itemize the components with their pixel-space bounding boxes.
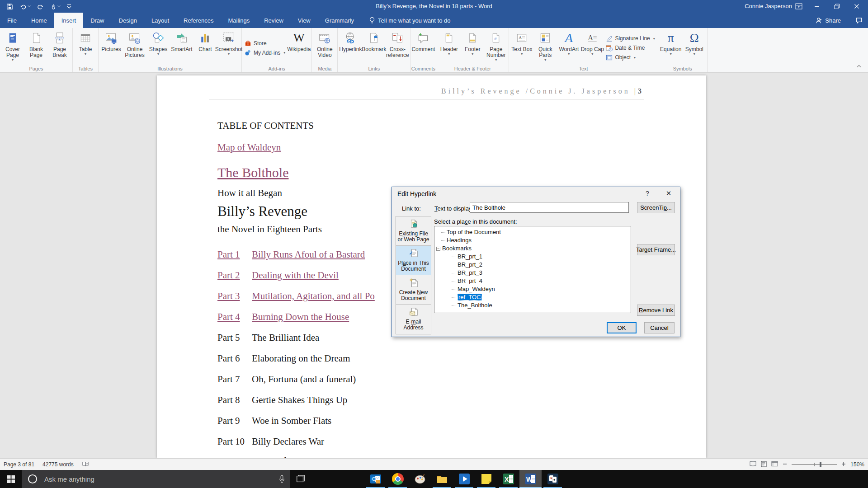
tab-review[interactable]: Review	[257, 13, 291, 28]
tab-view[interactable]: View	[291, 13, 318, 28]
tree-item[interactable]: BR_prt_3	[434, 269, 631, 277]
tree-item[interactable]: Headings	[434, 236, 631, 244]
ok-button[interactable]: OK	[607, 322, 637, 333]
zoom-out-button[interactable]	[783, 461, 787, 468]
table-button[interactable]: Table	[74, 29, 97, 66]
toc-part-row[interactable]: Part 9Woe in Somber Flats	[217, 415, 331, 427]
taskbar-app-word[interactable]: W	[519, 470, 542, 488]
zoom-in-button[interactable]	[841, 461, 846, 468]
map-of-waldeyn-link[interactable]: Map of Waldeyn	[217, 142, 281, 153]
ribbon-display-options-button[interactable]	[791, 0, 807, 13]
tab-design[interactable]: Design	[112, 13, 144, 28]
footer-button[interactable]: Footer	[461, 29, 484, 66]
cortana-search-box[interactable]	[22, 470, 290, 488]
collapse-expander-icon[interactable]: −	[436, 247, 440, 251]
toc-part-row[interactable]: Part 1Billy Runs Afoul of a Bastard	[217, 249, 365, 260]
online-video-button[interactable]: Online Video	[313, 29, 336, 66]
toc-part-row[interactable]: Part 4Burning Down the House	[217, 311, 349, 323]
text-to-display-input[interactable]	[470, 202, 629, 213]
tree-item[interactable]: −Bookmarks	[434, 244, 631, 253]
taskbar-app-chrome[interactable]	[387, 470, 409, 488]
cover-page-button[interactable]: Cover Page	[1, 29, 24, 66]
sidebar-create-new-document[interactable]: Create New Document	[396, 275, 431, 305]
tree-item[interactable]: Top of the Document	[434, 228, 631, 236]
toc-part-row[interactable]: Part 10Billy Declares War	[217, 436, 324, 447]
zoom-level[interactable]: 150%	[850, 461, 864, 468]
screenshot-button[interactable]: Screenshot	[217, 29, 241, 66]
blank-page-button[interactable]: Blank Page	[24, 29, 48, 66]
tree-item[interactable]: BR_prt_1	[434, 253, 631, 261]
remove-link-button[interactable]: Remove Link	[637, 305, 675, 316]
wordart-button[interactable]: A WordArt	[557, 29, 580, 66]
text-box-button[interactable]: A Text Box	[510, 29, 533, 66]
toc-part-row[interactable]: Part 5The Brilliant Idea	[217, 332, 319, 343]
taskbar-app-outlook[interactable]: O	[364, 470, 387, 488]
sidebar-existing-file[interactable]: Existing File or Web Page	[396, 216, 431, 246]
tab-home[interactable]: Home	[24, 13, 54, 28]
zoom-slider-thumb[interactable]	[820, 462, 821, 467]
search-input[interactable]	[43, 475, 274, 483]
shapes-button[interactable]: Shapes	[146, 29, 170, 66]
minimize-button[interactable]	[809, 0, 825, 13]
target-frame-button[interactable]: Target Frame...	[637, 244, 675, 255]
page-break-button[interactable]: Page Break	[48, 29, 71, 66]
toc-part-row[interactable]: Part 7Oh, Fortuna (and a funeral)	[217, 374, 356, 385]
proofing-errors-icon[interactable]	[82, 461, 89, 469]
tab-file[interactable]: File	[0, 13, 24, 28]
comment-button[interactable]: Comment	[411, 29, 435, 66]
start-button[interactable]	[0, 470, 22, 488]
feedback-button[interactable]	[855, 13, 863, 28]
dialog-help-button[interactable]: ?	[643, 190, 652, 197]
account-name[interactable]: Connie Jasperson	[745, 0, 792, 13]
taskbar-app-paint[interactable]	[409, 470, 431, 488]
sidebar-place-in-document[interactable]: Place in This Document	[396, 246, 431, 275]
read-mode-button[interactable]	[750, 461, 756, 468]
tree-item[interactable]: Map_Waldeyn	[434, 285, 631, 293]
tree-item[interactable]: The_Bolthole	[434, 301, 631, 310]
store-button[interactable]: Store	[245, 40, 285, 47]
share-button[interactable]: Share	[816, 13, 841, 28]
taskbar-app-excel[interactable]: X	[497, 470, 519, 488]
toc-part-row[interactable]: Part 8Gertie Shakes Things Up	[217, 394, 347, 406]
tab-grammarly[interactable]: Grammarly	[318, 13, 361, 28]
pictures-button[interactable]: Pictures	[99, 29, 123, 66]
tree-item[interactable]: BR_prt_2	[434, 261, 631, 269]
tree-item[interactable]: BR_prt_4	[434, 277, 631, 285]
sidebar-email-address[interactable]: E-mail Address	[396, 305, 431, 333]
web-layout-button[interactable]	[771, 461, 778, 468]
online-pictures-button[interactable]: Online Pictures	[123, 29, 146, 66]
cross-reference-button[interactable]: Cross-reference	[386, 29, 409, 66]
smartart-button[interactable]: SmartArt	[170, 29, 193, 66]
tab-layout[interactable]: Layout	[144, 13, 176, 28]
restore-button[interactable]	[829, 0, 844, 13]
dialog-close-button[interactable]: ✕	[664, 189, 674, 197]
object-button[interactable]: Object	[606, 54, 655, 61]
the-bolthole-link[interactable]: The Bolthole	[217, 165, 288, 180]
microphone-icon[interactable]	[279, 475, 285, 483]
tab-draw[interactable]: Draw	[83, 13, 111, 28]
print-layout-button[interactable]	[761, 461, 767, 469]
header-button[interactable]: Header	[437, 29, 461, 66]
my-addins-button[interactable]: My Add-ins	[245, 49, 285, 56]
zoom-slider[interactable]	[792, 464, 837, 465]
date-time-button[interactable]: Date & Time	[606, 45, 655, 52]
toc-part-row[interactable]: Part 3Mutilation, Agitation, and all Po	[217, 291, 375, 302]
collapse-ribbon-button[interactable]	[856, 62, 862, 70]
word-count[interactable]: 42775 words	[42, 461, 74, 468]
taskbar-app-sticky-notes[interactable]	[475, 470, 497, 488]
tab-references[interactable]: References	[176, 13, 221, 28]
taskbar-app-solitaire[interactable]: ♥♠	[542, 470, 564, 488]
taskbar-app-media-player[interactable]	[453, 470, 475, 488]
drop-cap-button[interactable]: A Drop Cap	[580, 29, 604, 66]
equation-button[interactable]: π Equation	[659, 29, 683, 66]
cancel-button[interactable]: Cancel	[644, 322, 675, 333]
quick-parts-button[interactable]: Quick Parts	[533, 29, 557, 66]
bookmark-button[interactable]: Bookmark	[362, 29, 386, 66]
hyperlink-button[interactable]: Hyperlink	[339, 29, 362, 66]
page-number-button[interactable]: # Page Number	[484, 29, 508, 66]
screentip-button[interactable]: ScreenTip...	[637, 202, 675, 213]
toc-part-row[interactable]: Part 6Elaborating on the Dream	[217, 353, 350, 364]
symbol-button[interactable]: Ω Symbol	[683, 29, 706, 66]
tree-item-selected[interactable]: ref_TOC	[434, 293, 631, 301]
taskbar-app-file-explorer[interactable]	[431, 470, 453, 488]
